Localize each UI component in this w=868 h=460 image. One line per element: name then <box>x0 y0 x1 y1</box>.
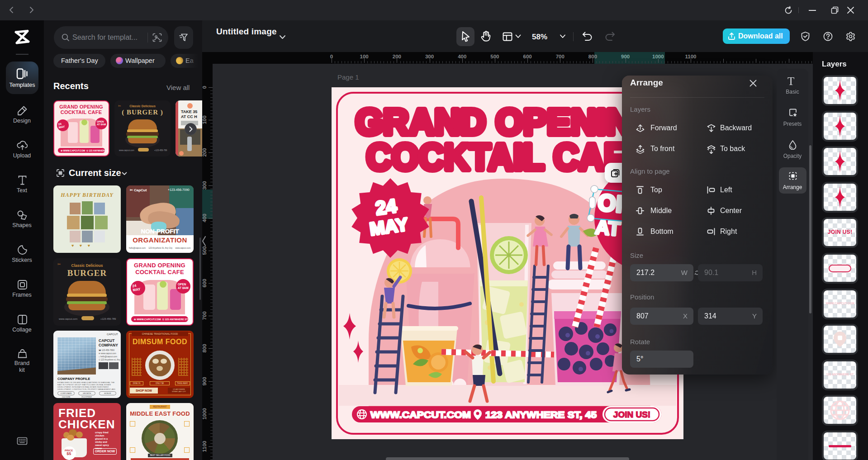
svg-text:WWW.CAPCUT.COM: WWW.CAPCUT.COM <box>370 409 471 420</box>
svg-text:JOIN US!: JOIN US! <box>613 410 650 419</box>
svg-text:123 ANYWHERE ST, 45: 123 ANYWHERE ST, 45 <box>485 409 597 420</box>
